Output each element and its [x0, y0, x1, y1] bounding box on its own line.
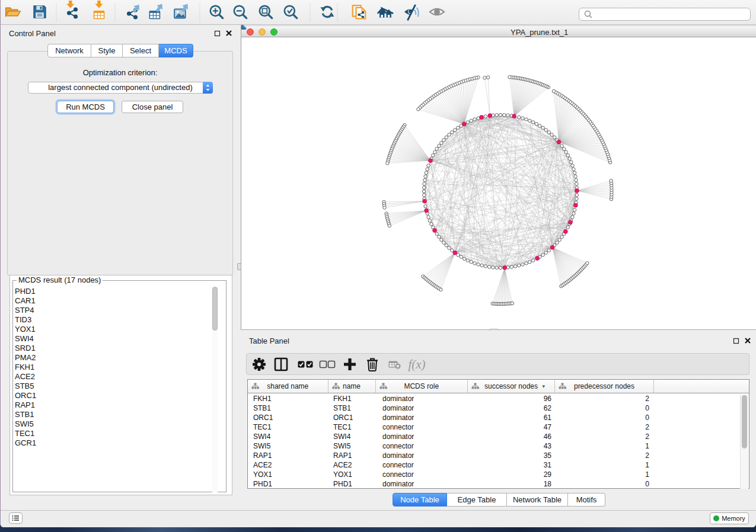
svg-text:f(x): f(x) — [408, 357, 425, 371]
